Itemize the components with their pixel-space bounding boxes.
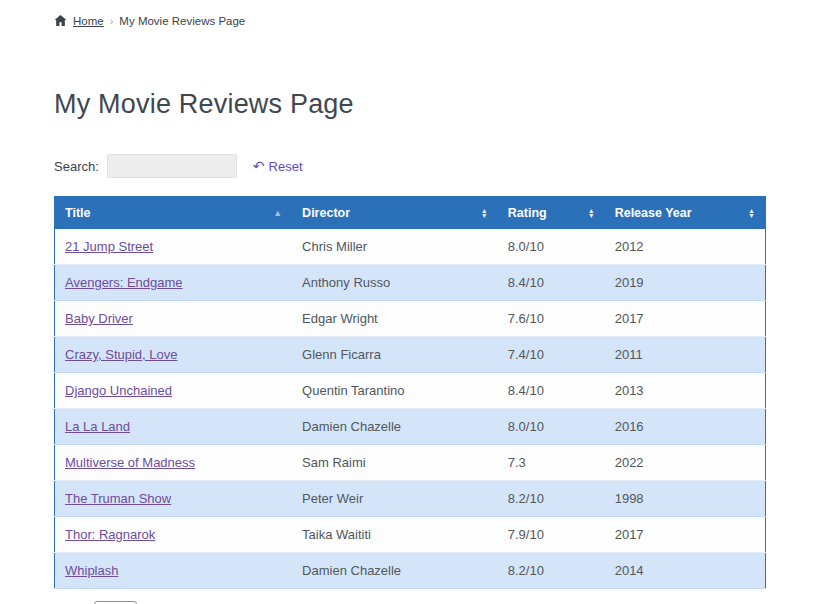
reset-button[interactable]: ↶ Reset [253,159,303,174]
reset-undo-icon: ↶ [253,159,265,173]
cell-title: Multiverse of Madness [55,445,293,481]
cell-title: Django Unchained [55,373,293,409]
cell-year: 2014 [605,553,766,589]
cell-rating: 8.0/10 [498,409,605,445]
home-icon [54,14,67,27]
column-header-release-year[interactable]: Release Year ▲▼ [605,197,766,230]
cell-director: Damien Chazelle [292,553,498,589]
table-row: Baby Driver Edgar Wright 7.6/10 2017 [55,301,766,337]
movie-link[interactable]: Whiplash [65,563,118,578]
movie-link[interactable]: Avengers: Endgame [65,275,183,290]
cell-year: 2012 [605,229,766,265]
table-header-row: Title ▲ Director ▲▼ Rating ▲▼ [55,197,766,230]
cell-rating: 8.4/10 [498,265,605,301]
cell-title: The Truman Show [55,481,293,517]
cell-year: 2022 [605,445,766,481]
movie-reviews-table: Title ▲ Director ▲▼ Rating ▲▼ [54,196,766,589]
cell-year: 2017 [605,517,766,553]
cell-director: Quentin Tarantino [292,373,498,409]
cell-title: La La Land [55,409,293,445]
cell-director: Taika Waititi [292,517,498,553]
table-row: La La Land Damien Chazelle 8.0/10 2016 [55,409,766,445]
movie-link[interactable]: Thor: Ragnarok [65,527,155,542]
cell-rating: 7.6/10 [498,301,605,337]
column-header-director[interactable]: Director ▲▼ [292,197,498,230]
cell-title: 21 Jump Street [55,229,293,265]
cell-title: Baby Driver [55,301,293,337]
column-label: Release Year [615,206,692,220]
cell-year: 2017 [605,301,766,337]
table-row: 21 Jump Street Chris Miller 8.0/10 2012 [55,229,766,265]
movie-link[interactable]: Crazy, Stupid, Love [65,347,177,362]
reset-label: Reset [269,159,303,174]
column-label: Director [302,206,350,220]
sort-both-icon: ▲▼ [748,208,755,218]
table-row: Avengers: Endgame Anthony Russo 8.4/10 2… [55,265,766,301]
cell-rating: 7.3 [498,445,605,481]
table-row: The Truman Show Peter Weir 8.2/10 1998 [55,481,766,517]
column-label: Title [65,206,90,220]
cell-director: Chris Miller [292,229,498,265]
breadcrumb-current: My Movie Reviews Page [119,15,245,27]
movie-link[interactable]: Baby Driver [65,311,133,326]
cell-rating: 7.4/10 [498,337,605,373]
column-header-rating[interactable]: Rating ▲▼ [498,197,605,230]
cell-rating: 8.2/10 [498,553,605,589]
page-container: Home › My Movie Reviews Page My Movie Re… [54,0,766,604]
breadcrumb-home-link[interactable]: Home [73,15,104,27]
breadcrumb: Home › My Movie Reviews Page [54,0,766,27]
search-label: Search: [54,159,99,174]
cell-title: Whiplash [55,553,293,589]
column-label: Rating [508,206,547,220]
movie-link[interactable]: Multiverse of Madness [65,455,195,470]
cell-rating: 7.9/10 [498,517,605,553]
cell-title: Crazy, Stupid, Love [55,337,293,373]
sort-asc-icon: ▲ [273,209,282,218]
cell-director: Glenn Ficarra [292,337,498,373]
cell-year: 2011 [605,337,766,373]
table-row: Django Unchained Quentin Tarantino 8.4/1… [55,373,766,409]
movie-link[interactable]: Django Unchained [65,383,172,398]
table-row: Crazy, Stupid, Love Glenn Ficarra 7.4/10… [55,337,766,373]
cell-year: 2016 [605,409,766,445]
movie-link[interactable]: 21 Jump Street [65,239,153,254]
table-row: Whiplash Damien Chazelle 8.2/10 2014 [55,553,766,589]
cell-director: Edgar Wright [292,301,498,337]
movie-link[interactable]: La La Land [65,419,130,434]
column-header-title[interactable]: Title ▲ [55,197,293,230]
cell-director: Sam Raimi [292,445,498,481]
table-row: Thor: Ragnarok Taika Waititi 7.9/10 2017 [55,517,766,553]
cell-director: Peter Weir [292,481,498,517]
breadcrumb-separator: › [110,15,114,27]
movie-link[interactable]: The Truman Show [65,491,171,506]
search-input[interactable] [107,154,237,178]
cell-rating: 8.0/10 [498,229,605,265]
cell-year: 1998 [605,481,766,517]
cell-rating: 8.2/10 [498,481,605,517]
cell-year: 2013 [605,373,766,409]
cell-rating: 8.4/10 [498,373,605,409]
cell-title: Thor: Ragnarok [55,517,293,553]
cell-director: Damien Chazelle [292,409,498,445]
cell-year: 2019 [605,265,766,301]
search-bar: Search: ↶ Reset [54,154,766,178]
sort-both-icon: ▲▼ [481,208,488,218]
page-title: My Movie Reviews Page [54,89,766,120]
cell-director: Anthony Russo [292,265,498,301]
cell-title: Avengers: Endgame [55,265,293,301]
sort-both-icon: ▲▼ [588,208,595,218]
table-row: Multiverse of Madness Sam Raimi 7.3 2022 [55,445,766,481]
